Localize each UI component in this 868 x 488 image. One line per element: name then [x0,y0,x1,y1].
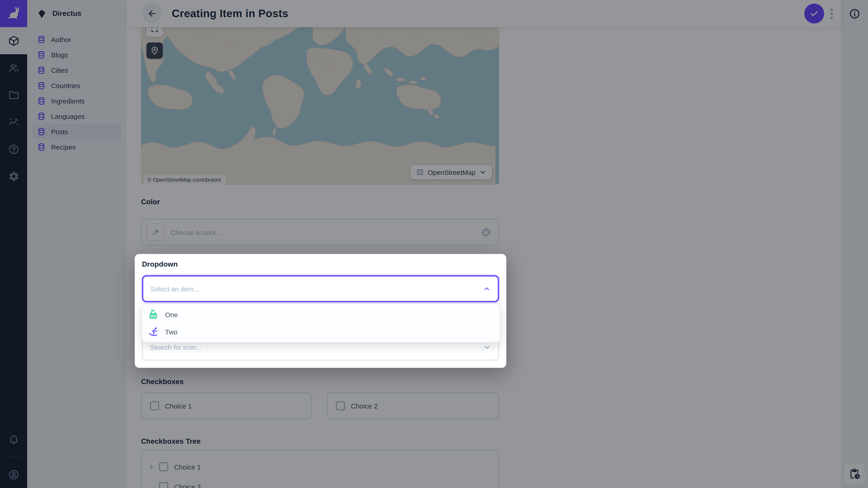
icon-search-placeholder: Search for icon... [150,343,202,351]
option-label: One [165,311,178,318]
hot-tub-icon [148,309,159,320]
downhill-skiing-icon [148,326,159,337]
dropdown-field-label: Dropdown [142,260,178,268]
dropdown-modal-card: Dropdown Select an item... One [135,254,506,368]
app-window: Directus Author Blogs Cities Countries I… [0,0,868,488]
dropdown-option-one[interactable]: One [143,306,500,323]
option-label: Two [165,328,178,335]
dropdown-option-two[interactable]: Two [143,323,500,340]
chevron-down-icon [483,343,491,351]
modal-overlay[interactable] [0,0,868,488]
dropdown-select[interactable]: Select an item... [142,275,499,302]
chevron-up-icon [483,285,491,293]
dropdown-menu: One Two [142,304,500,343]
dropdown-placeholder: Select an item... [151,285,199,293]
